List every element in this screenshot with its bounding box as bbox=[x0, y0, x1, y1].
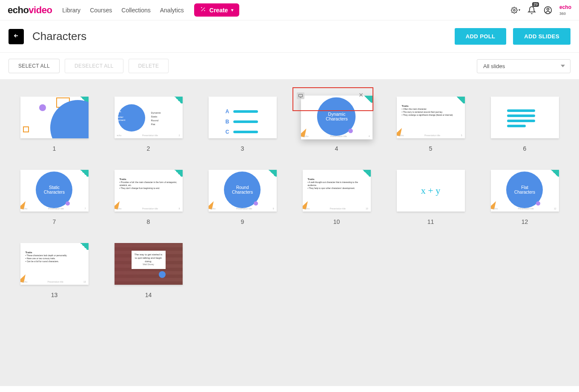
delete-button: DELETE bbox=[129, 59, 169, 73]
slide-thumbnail[interactable]: Characters bbox=[20, 97, 89, 138]
create-button[interactable]: Create ▾ bbox=[194, 3, 240, 17]
svg-point-0 bbox=[513, 9, 515, 11]
deselect-all-button: DESELECT ALL bbox=[65, 59, 123, 73]
slide-thumbnail[interactable]: DynamicCharacters echoPresentation title… bbox=[301, 96, 373, 140]
slide-card: x + y11 bbox=[390, 170, 471, 225]
slide-card: StaticCharacters echoPresentation title7… bbox=[14, 170, 95, 225]
slide-card: ABC 3 bbox=[202, 97, 283, 152]
slide-filter-select[interactable]: All slides bbox=[477, 59, 570, 73]
slide-card: Traits• These characters lack depth or p… bbox=[14, 243, 95, 298]
action-bar: SELECT ALL DESELECT ALL DELETE All slide… bbox=[0, 53, 579, 80]
slide-thumbnail[interactable]: Traits• Provides a foil: the main charac… bbox=[115, 170, 183, 212]
slide-thumbnail[interactable]: Traits• A well-thought-out character tha… bbox=[303, 170, 371, 212]
arrow-left-icon bbox=[12, 33, 20, 40]
slide-number: 9 bbox=[241, 218, 244, 225]
slide-card: Traits• Often the main character.• The s… bbox=[390, 97, 471, 152]
slide-card: TypesofCharacterDevelopment DynamicStati… bbox=[108, 97, 189, 152]
bell-icon[interactable]: 29 bbox=[527, 6, 536, 15]
slide-number: 6 bbox=[523, 145, 527, 152]
svg-point-2 bbox=[547, 8, 549, 10]
slide-action-bar bbox=[294, 91, 367, 101]
nav-collections[interactable]: Collections bbox=[121, 7, 150, 14]
slide-card: Characters1 bbox=[14, 97, 95, 152]
svg-rect-3 bbox=[299, 94, 303, 97]
echo360-sub: 360 bbox=[559, 11, 566, 16]
slide-thumbnail[interactable]: Traits• These characters lack depth or p… bbox=[20, 243, 89, 285]
slide-number: 11 bbox=[427, 218, 434, 225]
title-bar: Characters ADD POLL ADD SLIDES bbox=[0, 20, 579, 53]
close-icon[interactable] bbox=[358, 92, 364, 100]
present-icon[interactable] bbox=[297, 92, 304, 99]
slide-number: 8 bbox=[147, 218, 150, 225]
nav-courses[interactable]: Courses bbox=[90, 7, 112, 14]
back-button[interactable] bbox=[9, 29, 24, 44]
slide-number: 12 bbox=[522, 218, 528, 225]
brand-left: echo bbox=[8, 5, 29, 16]
caret-down-icon: ▾ bbox=[519, 8, 520, 12]
brand-right: video bbox=[29, 5, 52, 16]
brand-logo[interactable]: echovideo bbox=[8, 5, 52, 16]
nav-links: Library Courses Collections Analytics bbox=[62, 7, 183, 14]
slide-card: Traits• A well-thought-out character tha… bbox=[296, 170, 377, 225]
slide-number: 5 bbox=[429, 145, 433, 152]
page-title: Characters bbox=[32, 30, 86, 43]
slide-card: RoundCharacters echoPresentation title99 bbox=[202, 170, 283, 225]
slide-thumbnail[interactable]: Traits• Often the main character.• The s… bbox=[397, 97, 465, 138]
slide-card: FlatCharacters echoPresentation title121… bbox=[484, 170, 565, 225]
slide-thumbnail[interactable]: ABC bbox=[209, 97, 277, 138]
slide-thumbnail[interactable] bbox=[491, 97, 559, 138]
slide-number: 1 bbox=[53, 145, 56, 152]
slide-card: DynamicCharacters echoPresentation title… bbox=[296, 97, 377, 152]
slide-thumbnail[interactable]: TypesofCharacterDevelopment DynamicStati… bbox=[115, 97, 183, 138]
slide-thumbnail[interactable]: FlatCharacters echoPresentation title12 bbox=[491, 170, 559, 212]
nav-library[interactable]: Library bbox=[62, 7, 80, 14]
gear-icon[interactable]: ▾ bbox=[511, 6, 520, 15]
nav-analytics[interactable]: Analytics bbox=[160, 7, 184, 14]
slide-thumbnail[interactable]: x + y bbox=[397, 170, 465, 212]
slide-number: 2 bbox=[147, 145, 150, 152]
wand-icon bbox=[200, 6, 206, 14]
slide-number: 4 bbox=[335, 145, 338, 152]
slide-thumbnail[interactable]: StaticCharacters echoPresentation title7 bbox=[20, 170, 89, 212]
add-slides-button[interactable]: ADD SLIDES bbox=[513, 28, 570, 45]
select-all-button[interactable]: SELECT ALL bbox=[9, 59, 60, 73]
chevron-down-icon: ▾ bbox=[231, 8, 233, 12]
slide-number: 14 bbox=[145, 292, 152, 298]
slide-number: 3 bbox=[241, 145, 244, 152]
header-right-icons: ▾ 29 echo360 bbox=[511, 4, 571, 16]
notification-badge: 29 bbox=[532, 2, 539, 7]
slide-thumbnail[interactable]: The way to get started is to quit talkin… bbox=[115, 243, 183, 285]
slide-card: The way to get started is to quit talkin… bbox=[108, 243, 189, 298]
top-nav: echovideo Library Courses Collections An… bbox=[0, 0, 579, 20]
slide-card: Traits• Provides a foil: the main charac… bbox=[108, 170, 189, 225]
echo360-logo[interactable]: echo360 bbox=[559, 4, 571, 16]
slide-number: 10 bbox=[333, 218, 340, 225]
slide-number: 7 bbox=[53, 218, 56, 225]
echo360-text: echo bbox=[559, 4, 571, 10]
slide-card: 6 bbox=[484, 97, 565, 152]
title-right-buttons: ADD POLL ADD SLIDES bbox=[455, 28, 570, 45]
slide-number: 13 bbox=[51, 292, 58, 298]
slide-gallery: Characters1 TypesofCharacterDevelopment … bbox=[0, 80, 579, 386]
create-label: Create bbox=[209, 7, 228, 14]
add-poll-button[interactable]: ADD POLL bbox=[455, 28, 507, 45]
user-icon[interactable] bbox=[543, 6, 553, 15]
slide-thumbnail[interactable]: RoundCharacters echoPresentation title9 bbox=[209, 170, 277, 212]
